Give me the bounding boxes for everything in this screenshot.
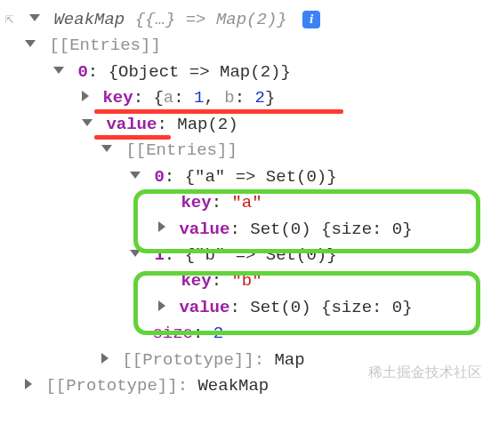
entry-0[interactable]: 0: {Object => Map(2)}	[5, 60, 486, 85]
key-label: key	[102, 88, 133, 108]
chevron-down-icon[interactable]	[53, 67, 64, 74]
chevron-down-icon[interactable]	[130, 172, 141, 179]
root-summary: {{…} => Map(2)}	[135, 10, 287, 29]
entry-0-value[interactable]: value: Map(2)	[5, 112, 486, 138]
chevron-down-icon[interactable]	[25, 40, 36, 47]
annotation-box	[133, 271, 480, 335]
info-icon[interactable]: i	[302, 11, 320, 28]
entries-node[interactable]: [[Entries]]	[5, 33, 486, 59]
chevron-right-icon[interactable]	[82, 91, 89, 101]
value-summary: Map(2)	[177, 115, 237, 134]
entry-summary: {Object => Map(2)}	[109, 62, 291, 82]
chevron-right-icon[interactable]	[25, 379, 32, 389]
root-type: WeakMap	[53, 10, 125, 29]
entry-index: 0	[77, 62, 87, 82]
chevron-right-icon[interactable]	[101, 353, 109, 364]
open-in-panel-icon[interactable]: ⇱	[5, 9, 14, 31]
chevron-down-icon[interactable]	[101, 145, 112, 152]
entry-0-key[interactable]: key: {a: 1, b: 2}	[5, 85, 486, 111]
console-root-line[interactable]: ⇱ WeakMap {{…} => Map(2)} i	[5, 7, 486, 33]
chevron-down-icon[interactable]	[82, 119, 93, 126]
inner-entry-0[interactable]: 0: {"a" => Set(0)}	[5, 164, 486, 190]
chevron-down-icon[interactable]	[29, 14, 40, 21]
entries-label: [[Entries]]	[49, 36, 160, 55]
inner-prototype[interactable]: [[Prototype]]: Map	[5, 348, 486, 373]
inner-entries-label: [[Entries]]	[125, 140, 237, 160]
outer-prototype[interactable]: [[Prototype]]: WeakMap	[5, 373, 486, 399]
inner-entries[interactable]: [[Entries]]	[5, 138, 486, 164]
annotation-box	[133, 189, 480, 253]
value-label: value	[106, 115, 157, 134]
